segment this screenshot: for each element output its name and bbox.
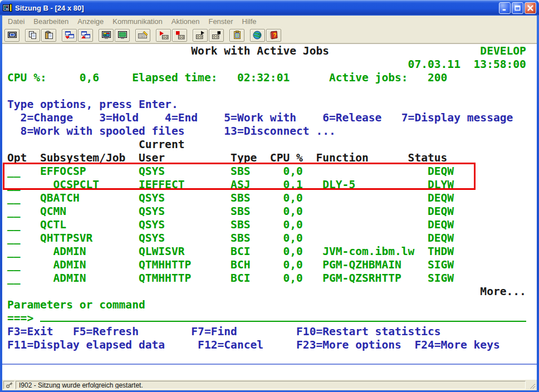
terminal-row-8: Current [7,138,526,151]
send-file-icon [65,31,75,40]
session-window-icon [3,3,13,13]
maximize-icon [514,5,521,11]
color-mapping-icon [101,31,111,40]
menu-aktionen[interactable]: Aktionen [167,17,204,26]
terminal-row-17: __ ADMIN QTMHHTTP BCH 0,0 PGM-QZHBMAIN S… [7,258,526,272]
receive-file-button[interactable] [78,29,93,42]
terminal-text: Work with Active Jobs DEVELOP 07.03.11 1… [7,45,526,365]
new-session-icon [7,31,17,40]
menu-anzeige[interactable]: Anzeige [73,17,108,26]
toolbar: ?? [2,27,537,43]
terminal-row-15: __ QHTTPSVR QSYS SBS 0,0 DEQW [7,232,526,245]
play-macro-button[interactable] [193,29,208,42]
terminal-row-9: Opt Subsystem/Job User Type CPU % Functi… [7,151,526,165]
help-button[interactable]: ? [266,29,281,42]
menu-datei[interactable]: Datei [3,17,29,26]
terminal-row-1: Work with Active Jobs DEVELOP [7,45,526,58]
maximize-button[interactable] [512,2,523,14]
web-help-button[interactable]: ? [250,29,265,42]
terminal-row-20: Parameters or command [7,298,526,312]
status-bar: I902 - Sitzung wurde erfolgreich gestart… [2,380,537,390]
copy-icon [28,31,38,40]
status-message: I902 - Sitzung wurde erfolgreich gestart… [16,381,526,389]
stop-record-icon [175,31,185,40]
stop-macro-icon [212,31,222,40]
receive-file-icon [81,31,91,40]
application-window: Sitzung B - [24 x 80] DateiBearbeitenAnz… [0,0,539,392]
menu-hilfe[interactable]: Hilfe [238,17,261,26]
terminal-row-3: CPU %: 0,6 Elapsed time: 02:32:01 Active… [7,71,526,85]
terminal-row-13: __ QCMN QSYS SBS 0,0 DEQW [7,205,526,218]
display-setup-icon [117,31,128,40]
keyboard-setup-button[interactable] [135,29,150,42]
menu-fenster[interactable]: Fenster [204,17,237,26]
svg-text:?: ? [258,33,261,39]
terminal-row-10: __ EFFOCSP QSYS SBS 0,0 DEQW [7,165,526,178]
svg-text:?: ? [273,32,276,38]
close-button[interactable] [525,2,536,14]
window-controls [499,2,536,14]
keyboard-setup-icon [138,31,148,40]
terminal-screen[interactable]: Work with Active Jobs DEVELOP 07.03.11 1… [2,43,537,380]
send-file-button[interactable] [62,29,77,42]
display-setup-button[interactable] [115,29,130,42]
title-bar[interactable]: Sitzung B - [24 x 80] [0,0,539,16]
terminal-row-12: __ QBATCH QSYS SBS 0,0 DEQW [7,192,526,205]
clipboard-button[interactable] [229,29,244,42]
terminal-row-11: __ OCSPCLT IEFFECT ASJ 0,1 DLY-5 DLYW [7,178,526,192]
help-icon: ? [269,31,279,40]
terminal-row-2: 07.03.11 13:58:00 [7,58,526,71]
play-macro-icon [195,31,205,40]
menu-bar: DateiBearbeitenAnzeigeKommunikationAktio… [2,16,537,27]
terminal-row-22: F3=Exit F5=Refresh F7=Find F10=Restart s… [7,325,526,339]
resize-grip[interactable] [527,381,536,389]
copy-button[interactable] [25,29,40,42]
paste-button[interactable] [41,29,56,42]
record-macro-icon [159,31,169,40]
terminal-row-7: 8=Work with spooled files 13=Disconnect … [7,125,526,138]
record-macro-button[interactable] [156,29,171,42]
color-mapping-button[interactable] [99,29,114,42]
stop-record-button[interactable] [172,29,187,42]
terminal-row-16: __ ADMIN QLWISVR BCI 0,0 JVM-com.ibm.lw … [7,245,526,258]
terminal-row-14: __ QCTL QSYS SBS 0,0 DEQW [7,218,526,232]
stop-macro-button[interactable] [209,29,224,42]
oia-separator [2,364,537,365]
menu-bearbeiten[interactable]: Bearbeiten [29,17,73,26]
new-session-button[interactable] [4,29,19,42]
paste-icon [44,31,54,40]
minimize-button[interactable] [499,2,511,14]
clipboard-icon [232,31,242,40]
window-title: Sitzung B - [24 x 80] [15,4,499,12]
terminal-row-23: F11=Display elapsed data F12=Cancel F23=… [7,339,526,352]
terminal-row-6: 2=Change 3=Hold 4=End 5=Work with 6=Rele… [7,111,526,125]
connection-status-icon [3,381,14,389]
terminal-row-18: __ ADMIN QTMHHTTP BCI 0,0 PGM-QZSRHTTP S… [7,272,526,285]
terminal-row-21: ===> [7,312,526,325]
close-icon [527,5,533,11]
command-input-field[interactable] [40,312,526,322]
terminal-row-5: Type options, press Enter. [7,98,526,111]
terminal-row-4 [7,85,526,98]
terminal-row-19: More... [7,285,526,298]
menu-kommunikation[interactable]: Kommunikation [108,17,167,26]
web-help-icon: ? [253,31,263,40]
